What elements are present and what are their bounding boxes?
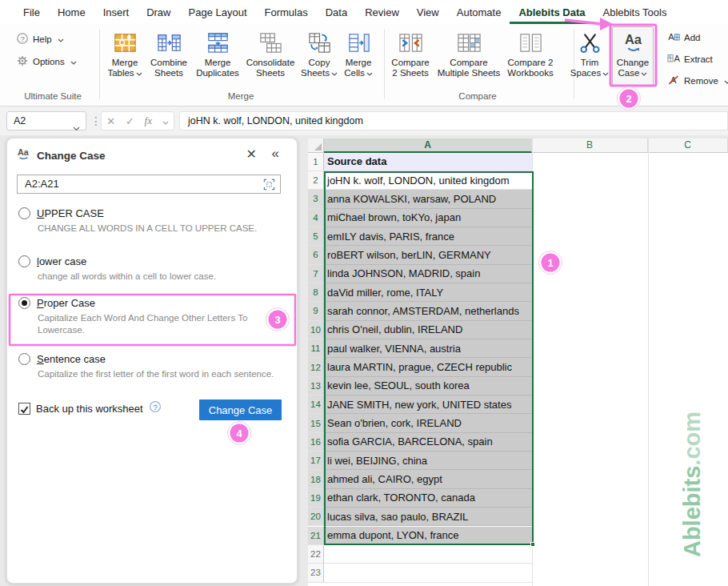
ribbon-tab-formulas[interactable]: Formulas — [256, 2, 317, 24]
cell-a5[interactable]: emILY davis, PARIS, france — [324, 227, 532, 246]
cell-a6[interactable]: roBERT wilson, berLIN, GERMANY — [324, 246, 532, 264]
column-header-a[interactable]: A — [324, 138, 532, 153]
row-header-9[interactable]: 9 — [308, 302, 324, 320]
ribbon-tab-ablebits-tools[interactable]: Ablebits Tools — [594, 2, 675, 24]
cell-a16[interactable]: sofia GARCIA, BARCELONA, spain — [324, 433, 532, 452]
extract-button[interactable]: AExtract — [667, 50, 713, 68]
cell-a20[interactable]: lucas silva, sao paulo, BRAZIL — [324, 508, 532, 526]
cell-a23[interactable] — [324, 564, 532, 582]
chevron-down-icon[interactable] — [73, 119, 80, 137]
radio-unselected[interactable] — [18, 207, 30, 219]
row-header-8[interactable]: 8 — [308, 283, 324, 302]
cell-a10[interactable]: chris O'neil, dublin, IRELAND — [324, 321, 532, 339]
worksheet-grid[interactable]: ABC1Source data2joHN k. wolf, LONDON, un… — [308, 138, 728, 586]
cell-a7[interactable]: linda JOHNSON, MADRID, spain — [324, 265, 532, 283]
row-header-2[interactable]: 2 — [308, 171, 324, 190]
row-header-20[interactable]: 20 — [308, 508, 324, 526]
confirm-entry-icon[interactable]: ✓ — [126, 115, 134, 127]
combine-sheets-button[interactable]: CombineSheets — [144, 27, 194, 90]
cell-a14[interactable]: JANE SMITH, new york, UNITED states — [324, 395, 532, 414]
ribbon-tab-file[interactable]: File — [14, 2, 49, 24]
collapse-icon[interactable]: « — [272, 146, 279, 162]
cell-a11[interactable]: paul walker, VIENNA, austria — [324, 339, 532, 358]
column-header-c[interactable]: C — [648, 138, 728, 153]
row-header-10[interactable]: 10 — [308, 321, 324, 339]
formula-input[interactable]: joHN k. wolf, LONDON, united kingdom — [179, 111, 728, 130]
column-header-b[interactable]: B — [532, 138, 648, 153]
svg-text:Aa: Aa — [624, 31, 642, 46]
ribbon-tab-page-layout[interactable]: Page Layout — [180, 2, 256, 24]
row-header-7[interactable]: 7 — [308, 265, 324, 283]
row-header-4[interactable]: 4 — [308, 209, 324, 227]
chevron-down-icon[interactable] — [162, 115, 169, 127]
merge-duplicates-button[interactable]: MergeDuplicates — [187, 27, 248, 90]
ribbon-tab-view[interactable]: View — [408, 2, 448, 24]
row-header-23[interactable]: 23 — [308, 564, 324, 582]
cell-a9[interactable]: sarah connor, AMSTERDAM, netherlands — [324, 302, 532, 320]
cell-a8[interactable]: daVid miller, rome, ITALY — [324, 283, 532, 302]
row-header-21[interactable]: 21 — [308, 527, 324, 545]
name-box[interactable]: A2 — [6, 111, 86, 130]
ribbon-tab-automate[interactable]: Automate — [448, 2, 510, 24]
cancel-entry-icon[interactable]: ✕ — [106, 115, 115, 127]
ribbon-tab-ablebits-data[interactable]: Ablebits Data — [510, 2, 594, 24]
merge-tables-button[interactable]: MergeTables — [99, 27, 150, 90]
change-case-button[interactable]: AaChangeCase — [612, 26, 654, 86]
cell-a4[interactable]: miChael brown, toKYo, japan — [324, 209, 532, 227]
cell-a15[interactable]: Sean o'brien, cork, IRELAND — [324, 414, 532, 432]
row-header-12[interactable]: 12 — [308, 358, 324, 376]
formula-bar-drag-handle[interactable]: ⋮ — [90, 110, 102, 132]
options-button[interactable]: Options — [16, 53, 77, 70]
row-header-3[interactable]: 3 — [308, 190, 324, 208]
row-header-22[interactable]: 22 — [308, 545, 324, 564]
cell-a19[interactable]: ethan clark, TORONTO, canada — [324, 489, 532, 508]
ribbon-tab-review[interactable]: Review — [356, 2, 408, 24]
copy-sheets-button[interactable]: CopySheets — [298, 27, 341, 90]
change-case-icon: Aa — [613, 27, 653, 58]
trim-spaces-button[interactable]: TrimSpaces — [568, 27, 611, 90]
row-header-15[interactable]: 15 — [308, 414, 324, 432]
merge-cells-button[interactable]: MergeCells — [337, 27, 380, 90]
row-header-18[interactable]: 18 — [308, 470, 324, 488]
select-all-corner[interactable] — [308, 138, 324, 153]
compare-2-sheets-button[interactable]: Compare2 Sheets — [386, 27, 435, 90]
help-icon[interactable]: ? — [149, 400, 162, 416]
radio-unselected[interactable] — [18, 255, 30, 267]
compare-multiple-sheets-button[interactable]: CompareMultiple Sheets — [437, 27, 501, 90]
cell-a12[interactable]: laura MARTIN, prague, CZECH republic — [324, 358, 532, 376]
cell-a1[interactable]: Source data — [324, 153, 532, 171]
row-header-11[interactable]: 11 — [308, 339, 324, 358]
select-range-icon[interactable] — [263, 179, 275, 196]
row-header-17[interactable]: 17 — [308, 452, 324, 470]
backup-checkbox[interactable] — [18, 403, 30, 415]
row-header-5[interactable]: 5 — [308, 227, 324, 246]
cell-a3[interactable]: anna KOWALSKI, warsaw, POLAND — [324, 190, 532, 208]
close-icon[interactable]: ✕ — [246, 146, 257, 162]
row-header-6[interactable]: 6 — [308, 246, 324, 264]
cell-a21[interactable]: emma dupont, LYON, france — [324, 527, 532, 545]
consolidate-sheets-button[interactable]: ConsolidateSheets — [242, 27, 298, 90]
cell-a22[interactable] — [324, 545, 532, 564]
cell-a18[interactable]: ahmed ali, CAIRO, egypt — [324, 470, 532, 488]
add-button[interactable]: AAdd — [667, 29, 700, 46]
row-header-14[interactable]: 14 — [308, 395, 324, 414]
ribbon-tab-data[interactable]: Data — [317, 2, 356, 24]
radio-selected[interactable] — [18, 297, 30, 309]
row-header-1[interactable]: 1 — [308, 153, 324, 171]
radio-unselected[interactable] — [18, 353, 30, 365]
compare-2-workbooks-button[interactable]: Compare 2Workbooks — [501, 27, 560, 90]
cell-a17[interactable]: li wei, BEIJING, china — [324, 452, 532, 470]
row-header-13[interactable]: 13 — [308, 377, 324, 395]
help-button[interactable]: ?Help — [16, 30, 64, 48]
insert-function-icon[interactable]: fx — [145, 114, 152, 127]
cell-a13[interactable]: kevin lee, SEOUL, south korea — [324, 377, 532, 395]
ribbon-tab-home[interactable]: Home — [49, 2, 94, 24]
change-case-button[interactable]: Change Case — [199, 399, 282, 420]
row-header-19[interactable]: 19 — [308, 489, 324, 508]
cell-a2[interactable]: joHN k. wolf, LONDON, united kingdom — [324, 171, 532, 190]
remove-button[interactable]: ARemove — [667, 72, 728, 90]
range-input[interactable]: A2:A21 — [17, 175, 281, 194]
ribbon-tab-draw[interactable]: Draw — [138, 2, 179, 24]
row-header-16[interactable]: 16 — [308, 433, 324, 452]
ribbon-tab-insert[interactable]: Insert — [94, 2, 138, 24]
